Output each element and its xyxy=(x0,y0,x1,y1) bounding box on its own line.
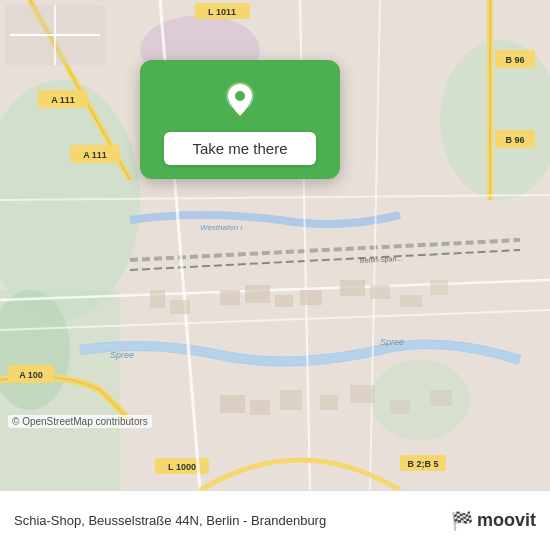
svg-rect-41 xyxy=(170,300,190,314)
svg-rect-48 xyxy=(250,400,270,415)
svg-rect-44 xyxy=(370,285,390,299)
take-me-there-button[interactable]: Take me there xyxy=(164,132,315,165)
svg-rect-46 xyxy=(430,280,448,295)
svg-rect-45 xyxy=(400,295,422,307)
svg-text:A 100: A 100 xyxy=(19,370,43,380)
svg-text:A 111: A 111 xyxy=(83,150,107,160)
svg-rect-42 xyxy=(150,290,165,308)
flag-icon: 🏁 xyxy=(451,510,473,532)
map-pin-icon xyxy=(218,78,262,122)
moovit-wordmark: moovit xyxy=(477,510,536,531)
location-card: Take me there xyxy=(140,60,340,179)
bottom-bar: Schia-Shop, Beusselstraße 44N, Berlin - … xyxy=(0,490,550,550)
svg-rect-49 xyxy=(280,390,302,410)
svg-rect-51 xyxy=(350,385,375,403)
svg-rect-52 xyxy=(390,400,410,414)
svg-rect-50 xyxy=(320,395,338,410)
svg-text:Spree: Spree xyxy=(380,337,404,347)
svg-point-58 xyxy=(235,91,245,101)
svg-text:B 2;B 5: B 2;B 5 xyxy=(407,459,438,469)
svg-text:Westhafen i: Westhafen i xyxy=(200,223,242,232)
location-label: Schia-Shop, Beusselstraße 44N, Berlin - … xyxy=(14,513,443,528)
svg-text:B 96: B 96 xyxy=(505,135,524,145)
svg-text:L 1011: L 1011 xyxy=(208,7,236,17)
svg-rect-39 xyxy=(275,295,293,307)
svg-rect-37 xyxy=(220,290,240,305)
app-container: A 111 A 111 B 96 B 96 L 1011 A 100 L 100… xyxy=(0,0,550,550)
svg-rect-43 xyxy=(340,280,365,296)
map-view: A 111 A 111 B 96 B 96 L 1011 A 100 L 100… xyxy=(0,0,550,490)
moovit-logo: 🏁 moovit xyxy=(451,510,536,532)
map-attribution: © OpenStreetMap contributors xyxy=(8,415,152,428)
svg-text:L 1000: L 1000 xyxy=(168,462,196,472)
svg-rect-40 xyxy=(300,290,322,305)
svg-text:B 96: B 96 xyxy=(505,55,524,65)
svg-point-3 xyxy=(370,360,470,440)
svg-rect-53 xyxy=(430,390,452,406)
svg-text:Spree: Spree xyxy=(110,350,134,360)
svg-rect-38 xyxy=(245,285,270,303)
svg-text:A 111: A 111 xyxy=(51,95,75,105)
svg-rect-47 xyxy=(220,395,245,413)
